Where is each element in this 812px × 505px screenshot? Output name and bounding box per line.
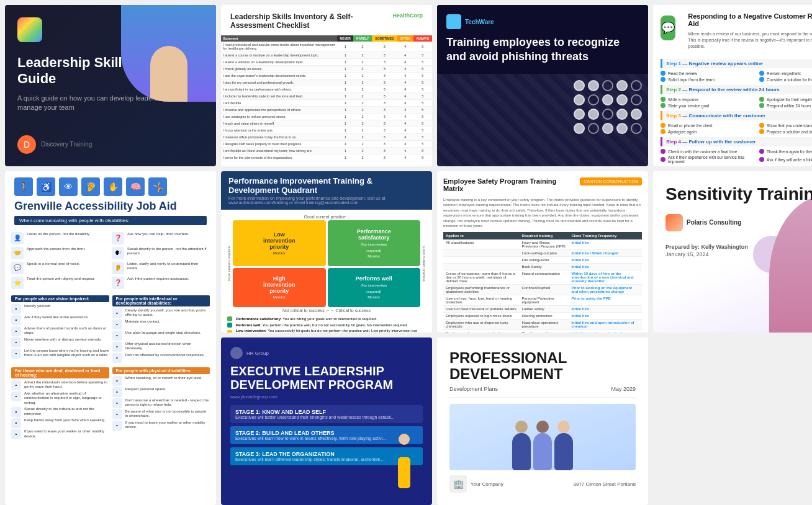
acc-item-text: Approach the person from the front. [27,247,86,252]
circle-6 [574,94,585,105]
step-item: Check in with the customer a final time [661,149,758,154]
section-item-icon: • [112,320,122,329]
quad-high-intervention: Highinterventionpriority Monitor [233,268,326,308]
accessibility-header: 🚶 ♿ 👁 🦻 ✋ 🧠 🤸 Grenville Accessibility Jo… [5,171,216,232]
circle-18 [602,123,613,134]
safety-applies: Employees performing maintenance or abat… [443,285,519,295]
executive-logo-text: HR Group [246,351,269,356]
performance-legend: Performance satisfactory: You are hittin… [227,316,426,333]
acc-icon-eye: 👁 [59,177,78,196]
stage-desc: Executives will better understand their … [235,415,418,419]
safety-badge-text: CANTON CONSTRUCTION [584,179,638,184]
section-item-icon: • [11,304,21,314]
safety-freq: Initial hire and upon introduction of ch… [569,320,642,330]
acc-item-text: Focus on the person, not the disability. [27,232,90,237]
section-item: • Ask whether an alternative method of c… [11,391,109,406]
safety-row: Back Safety Initial hire [443,264,642,270]
accessibility-icons: 🚶 ♿ 👁 🦻 ✋ 🧠 🤸 [14,177,207,196]
safety-freq: Initial hire / When changed [569,250,642,257]
review-step-4: Step 4 — Follow up with the customer Che… [661,137,812,164]
quad-monitor-2: Performancesatisfactory(No interventionr… [357,228,391,253]
step-item-text: Consider a solution for the customer [767,78,812,82]
safety-header: Employee Safety Program Training Matrix … [443,177,642,192]
safety-freq: Initial hire [569,306,642,313]
accessibility-item: ❓ Ask if the patient requires assistance… [112,277,210,289]
performance-header: Performance Improvement Training & Devel… [221,171,432,210]
inventory-company: HealthCorp [392,12,423,19]
sensitivity-title: Sensitivity Training [665,184,812,205]
accessibility-title: Grenville Accessibility Job Aid [14,200,207,213]
section-item-icon: • [11,380,21,390]
axis-top: Good current practice ↓ [227,215,426,219]
step-item: Read the review [661,71,758,76]
section-item: • If you need to leave your walker or ot… [112,421,210,431]
step-item: Solicit input from the team [661,77,758,82]
section-item-icon: • [11,349,21,359]
executive-stage-1: STAGE 1: KNOW AND LEAD SELF Executives w… [230,405,423,423]
person-head-1 [515,421,528,433]
section-item: • Let the person know when you're leavin… [11,349,109,359]
legend-item: Performs well: You perform the practice … [227,323,426,328]
phishing-circles [574,80,642,134]
safety-intro: Employee training is a key component of … [443,197,642,228]
step-item-text: Respond within 24 hours [767,104,811,108]
step-item: Ask if they will write a follow-up revie… [759,155,812,164]
professional-subtitle2: May 2029 [611,386,636,392]
safety-training: Lock-out/tag-out plan [519,250,569,257]
review-title: Responding to a Negative Customer Review… [688,12,812,27]
circle-12 [588,109,599,120]
section-item-text: If you need to leave your walker or othe… [24,429,109,439]
accessibility-item: 🗣 Speak directly to the person, not the … [112,247,210,259]
safety-applies: Employees who use or dispense toxic chem… [443,320,519,330]
step-item-text: Email or phone the client [668,123,713,128]
safety-applies: Crews of companies: more than 6 hours a … [443,270,519,285]
inventory-row: I am flexible as I best understand my te… [221,148,432,154]
performance-card: Performance Improvement Training & Devel… [221,171,432,333]
safety-badge: CANTON CONSTRUCTION [580,177,642,185]
step-item-text: Ask if their experience with our service… [668,155,758,164]
acc-item-text: Listen, clarify and verify to understand… [127,262,210,272]
step-item-text: Ask if they will write a follow-up revie… [767,158,812,162]
safety-freq: Prior to using the PPE [569,295,642,306]
section-item-text: Let the person know when you're leaving … [24,349,109,359]
step-item: Apologize again [661,129,758,134]
step-item: Show that you understand the customer's … [759,123,812,128]
acc-item-icon: 🗣 [112,247,124,259]
quadrant-wrapper: Poor current practice Lowinterventionpri… [227,220,426,307]
safety-training: Bloodborne pathogens standard [519,330,569,333]
section-item-icon: • [112,342,122,352]
safety-freq: Initial hire [569,313,642,320]
acc-item-icon: ❓ [112,277,124,289]
inventory-row: I strive for the client needs of the org… [221,154,432,161]
section-item-icon: • [112,387,122,397]
quad-performs-well: Performs well(No interventionrequired) M… [328,268,421,308]
executive-logo-icon [230,347,243,359]
acc-item-icon: ⭐ [11,277,24,289]
safety-row: Fire extinguisher Initial hire [443,257,642,264]
professional-address: 3877 Clinton Street Portland [573,481,636,487]
inventory-row: I check globally on issues.12345 [221,66,432,73]
circle-15 [631,109,642,120]
safety-training: Hazardous operations procedure [519,320,569,330]
step-item-text: Apologize for their negative experience [767,97,812,102]
section-item: • Use plain language and single step dir… [112,331,210,341]
safety-training: Hearing protection [519,313,569,320]
section-title: For those who are deaf, deafened or hard… [11,367,109,378]
professional-card: PROFESSIONAL DEVELOPMENT Development Pla… [437,337,648,505]
acc-item-text: Ask if the patient requires assistance. [127,277,189,282]
person-3 [553,424,574,470]
inventory-row: I teach and value others in myself.12345 [221,120,432,127]
step-item: Respond within 24 hours [759,103,812,108]
safety-row: Crews of companies: more than 6 hours a … [443,270,642,285]
phishing-pattern [437,74,648,166]
acc-item-icon: 💬 [11,262,24,274]
section-title: For people with physical disabilities: [112,367,210,374]
step-item: Write a response [661,97,758,102]
accessibility-item: 👂 Listen, clarify and verify to understa… [112,262,210,274]
section-item-text: Be aware of what size is not accessible … [125,409,210,419]
section-item-icon: • [112,421,122,431]
safety-row: Employees performing maintenance or abat… [443,285,642,295]
accessibility-item: 💬 Speak in a normal tone of voice. [11,262,109,274]
safety-row: Lock-out/tag-out plan Initial hire / Whe… [443,250,642,257]
step-item: Email or phone the client [661,123,758,128]
